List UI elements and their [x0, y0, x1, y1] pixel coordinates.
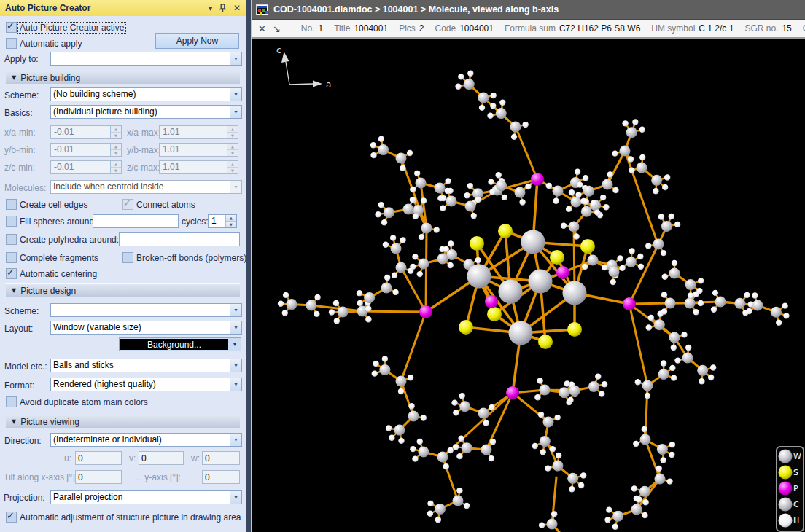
chevron-down-icon[interactable]: ▾ [230, 491, 241, 504]
chevron-down-icon[interactable]: ▾ [230, 378, 241, 391]
yb-max-label: y/b-max: [127, 145, 160, 155]
tilt-x-label: Tilt along x-axis [°]: [4, 472, 77, 482]
checkbox-automatic-apply[interactable] [6, 38, 17, 49]
xa-min-label: x/a-min: [4, 128, 36, 138]
direction-select[interactable]: (Indeterminate or individual) ▾ [50, 433, 242, 447]
background-color-button[interactable]: Background... ▾ [119, 337, 241, 351]
spin-down-icon: ▼ [111, 149, 121, 156]
pin-icon[interactable] [219, 4, 227, 13]
chevron-down-icon[interactable]: ▾ [230, 304, 241, 316]
u-label: u: [64, 453, 71, 463]
toolbar-field: Title1004001 [334, 23, 388, 34]
scheme-label: Scheme: [4, 90, 39, 101]
molecules-label: Molecules: [4, 183, 46, 193]
xa-min-spinner: -0.01 ▲▼ [50, 125, 122, 139]
w-input: 0 [202, 451, 240, 465]
polyhedra-input[interactable] [119, 232, 240, 246]
panel-splitter[interactable] [246, 0, 252, 532]
tilt-y-label: ... y-axis [°]: [135, 472, 181, 482]
chevron-down-icon[interactable]: ▾ [230, 434, 241, 446]
avoid-duplicate-colors-label[interactable]: Avoid duplicate atom main colors [20, 397, 148, 407]
spin-down-icon: ▼ [111, 132, 121, 138]
panel-menu-chevron-down-icon[interactable]: ▾ [209, 4, 212, 12]
checkbox-create-polyhedra[interactable] [6, 234, 17, 245]
create-polyhedra-label[interactable]: Create polyhedra around: [20, 235, 119, 245]
toolbar-field: SGR no.15 [744, 23, 791, 34]
checkbox-automatic-apply-label[interactable]: Automatic apply [20, 39, 82, 49]
document-toolbar: ✕ ↘ No.1Title1004001Pics2Code1004001Form… [252, 20, 805, 39]
document-window: COD-1004001.diamdoc > 1004001 > Molecule… [252, 0, 805, 532]
zc-min-spinner: -0.01 ▲▼ [50, 160, 122, 174]
spin-up-icon: ▲ [111, 126, 121, 132]
chevron-down-icon[interactable]: ▾ [230, 52, 241, 65]
structure-drawing-area[interactable]: c a WSPCH [252, 40, 805, 532]
spin-down-icon: ▼ [111, 167, 121, 173]
checkbox-active-label[interactable]: Auto Picture Creator active [18, 23, 125, 33]
section-picture-building[interactable]: ▼ Picture building [6, 71, 240, 84]
toolbar-field: No.1 [301, 23, 323, 34]
building-scheme-select[interactable]: (No building scheme) ▾ [50, 87, 242, 101]
yb-max-spinner: 1.01 ▲▼ [159, 143, 238, 157]
projection-select[interactable]: Parallel projection ▾ [50, 490, 242, 504]
checkbox-fill-spheres[interactable] [6, 216, 17, 227]
direction-label: Direction: [4, 436, 42, 446]
apply-to-select[interactable]: ▾ [50, 52, 242, 66]
basics-select[interactable]: (Individual picture building) ▾ [50, 105, 242, 119]
chevron-down-icon[interactable]: ▾ [230, 359, 241, 372]
section-picture-design[interactable]: ▼ Picture design [6, 283, 240, 297]
checkbox-broken-off-bonds[interactable] [122, 252, 133, 263]
legend-label-H: H [793, 516, 799, 525]
legend-label-S: S [793, 468, 798, 477]
collapse-icon: ▼ [12, 418, 16, 425]
spin-down-icon[interactable]: ▼ [226, 221, 236, 227]
format-select[interactable]: Rendered (highest quality) ▾ [50, 378, 242, 391]
xa-max-label: x/a-max: [127, 128, 160, 138]
xa-max-spinner: 1.01 ▲▼ [159, 125, 238, 139]
cycles-spinner[interactable]: 1 ▲▼ [208, 214, 237, 228]
automatic-centering-label[interactable]: Automatic centering [20, 269, 97, 279]
broken-off-bonds-label[interactable]: Broken-off bonds (polymers) [136, 253, 246, 263]
checkbox-avoid-duplicate-colors[interactable] [6, 396, 17, 407]
spin-up-icon[interactable]: ▲ [226, 215, 236, 221]
spin-up-icon: ▲ [228, 144, 238, 149]
a-axis-label: a [326, 79, 331, 90]
close-icon[interactable]: ✕ [258, 23, 266, 34]
zc-min-label: z/c-min: [4, 163, 35, 173]
panel-titlebar[interactable]: Auto Picture Creator ▾ ✕ [0, 0, 246, 16]
layout-label: Layout: [4, 324, 33, 334]
chevron-down-icon[interactable]: ▾ [230, 321, 241, 334]
spin-down-icon: ▼ [228, 167, 238, 173]
spin-up-icon: ▲ [228, 161, 238, 167]
fill-spheres-label[interactable]: Fill spheres around: [20, 216, 96, 227]
tilt-x-input: 0 [75, 470, 122, 484]
design-scheme-select[interactable]: ▾ [50, 303, 242, 317]
checkbox-auto-picture-creator-active[interactable] [6, 22, 17, 33]
background-button-label[interactable]: Background... [120, 339, 228, 350]
apply-to-label: Apply to: [4, 54, 39, 64]
section-picture-viewing[interactable]: ▼ Picture viewing [6, 415, 240, 428]
panel-close-icon[interactable]: ✕ [233, 3, 241, 13]
chevron-down-icon[interactable]: ▾ [229, 338, 241, 351]
model-select[interactable]: Balls and sticks ▾ [50, 359, 242, 372]
toolbar-field: Pics2 [399, 23, 424, 34]
collapse-icon: ▼ [12, 287, 16, 294]
chevron-down-icon[interactable]: ▾ [230, 88, 241, 101]
automatic-adjustment-label[interactable]: Automatic adjustment of structure pictur… [20, 512, 241, 523]
projection-label: Projection: [4, 493, 45, 503]
create-cell-edges-label[interactable]: Create cell edges [20, 200, 88, 210]
checkbox-create-cell-edges[interactable] [6, 199, 17, 210]
arrow-se-icon[interactable]: ↘ [273, 23, 281, 34]
document-title: COD-1004001.diamdoc > 1004001 > Molecule… [273, 4, 559, 15]
legend-label-P: P [793, 484, 798, 493]
layout-select[interactable]: Window (variable size) ▾ [50, 321, 242, 335]
molecule-canvas[interactable]: c a WSPCH [252, 40, 805, 532]
spin-down-icon: ▼ [228, 132, 238, 138]
checkbox-complete-fragments[interactable] [6, 252, 17, 263]
complete-fragments-label[interactable]: Complete fragments [20, 253, 98, 263]
apply-now-button[interactable]: Apply Now [155, 33, 239, 49]
chevron-down-icon[interactable]: ▾ [230, 106, 241, 118]
checkbox-automatic-adjustment[interactable] [6, 512, 17, 523]
checkbox-automatic-centering[interactable] [6, 268, 17, 279]
document-titlebar[interactable]: COD-1004001.diamdoc > 1004001 > Molecule… [252, 0, 805, 20]
fill-spheres-input[interactable] [93, 214, 179, 228]
